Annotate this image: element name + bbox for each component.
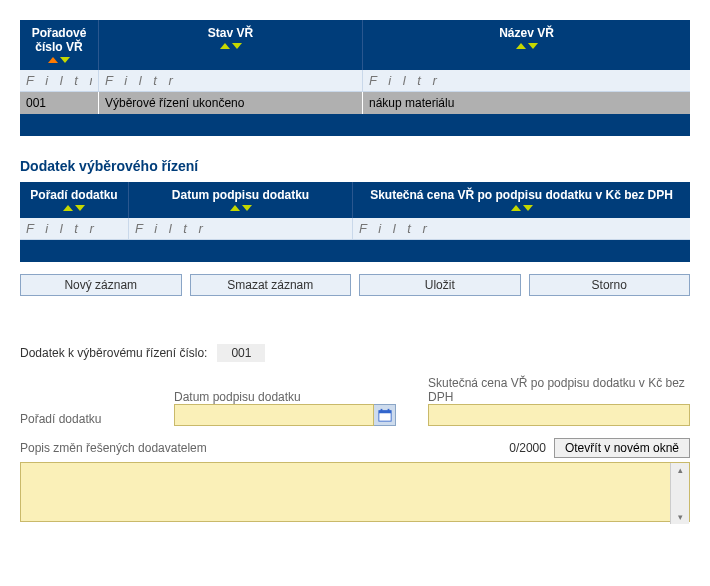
sort-asc-icon[interactable] xyxy=(220,43,230,49)
cancel-button[interactable]: Storno xyxy=(529,274,691,296)
date-input[interactable] xyxy=(174,404,374,426)
col-header-dodatek-price[interactable]: Skutečná cena VŘ po podpisu dodatku v Kč… xyxy=(353,182,691,218)
filter-order[interactable] xyxy=(20,70,98,91)
price-input[interactable] xyxy=(428,404,690,426)
section-title: Dodatek výběrového řízení xyxy=(20,158,690,174)
sort-asc-icon[interactable] xyxy=(63,205,73,211)
vr-number-value: 001 xyxy=(217,344,265,362)
col-header-state[interactable]: Stav VŘ xyxy=(99,20,363,70)
scroll-up-icon[interactable]: ▴ xyxy=(671,463,689,477)
table-row[interactable]: 001 Výběrové řízení ukončeno nákup mater… xyxy=(20,92,690,115)
price-label: Skutečná cena VŘ po podpisu dodatku v Kč… xyxy=(428,376,690,404)
cell-order: 001 xyxy=(20,92,99,115)
new-record-button[interactable]: Nový záznam xyxy=(20,274,182,296)
filter-name[interactable] xyxy=(363,70,690,91)
filter-state[interactable] xyxy=(99,70,362,91)
char-counter: 0/2000 xyxy=(509,441,546,455)
col-header-name[interactable]: Název VŘ xyxy=(363,20,691,70)
filter-dodatek-date[interactable] xyxy=(129,218,352,239)
date-label: Datum podpisu dodatku xyxy=(174,390,414,404)
calendar-icon[interactable] xyxy=(374,404,396,426)
sort-desc-icon[interactable] xyxy=(75,205,85,211)
col-header-dodatek-order[interactable]: Pořadí dodatku xyxy=(20,182,129,218)
cell-name: nákup materiálu xyxy=(363,92,691,115)
sort-desc-icon[interactable] xyxy=(523,205,533,211)
form-title-label: Dodatek k výběrovému řízení číslo: xyxy=(20,346,207,360)
order-label: Pořadí dodatku xyxy=(20,412,160,426)
sort-asc-icon[interactable] xyxy=(516,43,526,49)
delete-record-button[interactable]: Smazat záznam xyxy=(190,274,352,296)
sort-desc-icon[interactable] xyxy=(528,43,538,49)
sort-desc-icon[interactable] xyxy=(242,205,252,211)
dodatek-table: Pořadí dodatku Datum podpisu dodatku Sku… xyxy=(20,182,690,262)
sort-desc-icon[interactable] xyxy=(60,57,70,63)
desc-textarea[interactable] xyxy=(20,462,690,522)
sort-desc-icon[interactable] xyxy=(232,43,242,49)
filter-dodatek-order[interactable] xyxy=(20,218,128,239)
scrollbar[interactable]: ▴ ▾ xyxy=(670,463,689,524)
col-header-order[interactable]: Pořadové číslo VŘ xyxy=(20,20,99,70)
svg-rect-3 xyxy=(387,409,389,412)
scroll-down-icon[interactable]: ▾ xyxy=(671,510,689,524)
save-button[interactable]: Uložit xyxy=(359,274,521,296)
sort-asc-icon[interactable] xyxy=(511,205,521,211)
sort-asc-icon[interactable] xyxy=(230,205,240,211)
vr-table: Pořadové číslo VŘ Stav VŘ Název VŘ xyxy=(20,20,690,136)
filter-dodatek-price[interactable] xyxy=(353,218,690,239)
sort-asc-icon[interactable] xyxy=(48,57,58,63)
desc-label: Popis změn řešených dodavatelem xyxy=(20,441,509,455)
svg-rect-2 xyxy=(380,409,382,412)
open-new-window-button[interactable]: Otevřít v novém okně xyxy=(554,438,690,458)
cell-state: Výběrové řízení ukončeno xyxy=(99,92,363,115)
col-header-dodatek-date[interactable]: Datum podpisu dodatku xyxy=(129,182,353,218)
